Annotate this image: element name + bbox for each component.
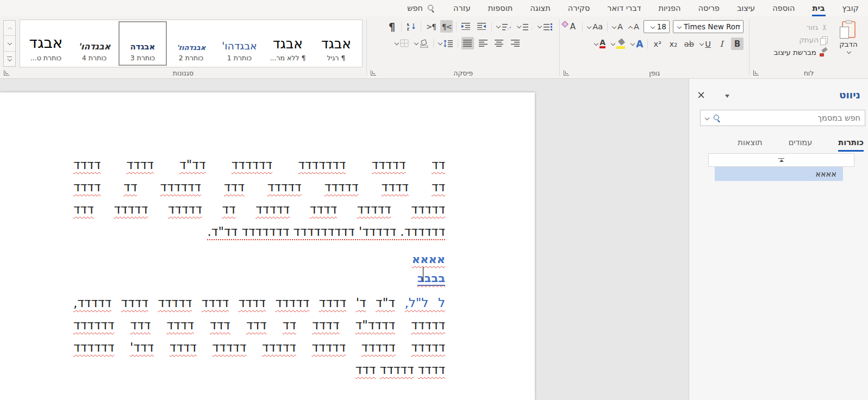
bullet-list-button[interactable]	[536, 20, 554, 33]
style-item[interactable]: אבגד¶ ללא מר...	[264, 21, 312, 66]
menu-tab[interactable]: תצוגה	[529, 4, 551, 12]
styles-scroll-up-button[interactable]	[4, 21, 15, 36]
nav-tab[interactable]: עמודים	[789, 138, 813, 152]
style-preview: אבגדהו'	[222, 34, 257, 52]
paste-button[interactable]: הדבק	[834, 21, 863, 67]
style-item[interactable]: אבגדהוז'כותרת 2	[167, 21, 215, 66]
font-color-button[interactable]: A	[593, 38, 607, 50]
strikethrough-button[interactable]: ab	[683, 38, 695, 50]
font-name-dropdown-icon[interactable]	[677, 25, 681, 29]
font-color-dropdown-icon[interactable]	[594, 42, 598, 46]
bold-button[interactable]: B	[731, 38, 744, 50]
document-page[interactable]: דד דדדדד דדדדדדד דדדדדד דד"ד דדדד דדדדדד…	[0, 92, 535, 400]
document-text: דד דדדדד דדדדדדד דדדדדד דד"ד דדדד דדדדדד…	[73, 92, 445, 381]
svg-text:3: 3	[532, 28, 532, 30]
line-spacing-dropdown-icon[interactable]	[438, 41, 442, 45]
grow-font-button[interactable]: A	[627, 21, 640, 33]
styles-dialog-launcher-icon[interactable]	[4, 70, 9, 76]
shading-dropdown-icon[interactable]	[414, 41, 418, 45]
shrink-font-icon	[612, 25, 616, 29]
rtl-text-direction-button[interactable]: ¶<	[440, 20, 453, 33]
style-item[interactable]: אבגדהו'כותרת 4	[70, 21, 118, 66]
nav-heading-item[interactable]: אאאא	[715, 167, 843, 181]
numbered-list-dropdown-icon[interactable]	[517, 24, 521, 28]
menu-tab[interactable]: תוספות	[488, 4, 513, 12]
menu-tab[interactable]: הוספה	[772, 4, 795, 12]
style-label: ¶ רגיל	[327, 54, 345, 62]
text-highlight-dropdown-icon[interactable]	[611, 42, 615, 46]
font-size-combo[interactable]: 18	[644, 20, 670, 33]
menu-tab[interactable]: בית	[812, 4, 826, 12]
ltr-text-direction-button[interactable]: >¶	[424, 20, 437, 33]
menu-tab[interactable]: עיצוב	[736, 4, 755, 12]
superscript-button[interactable]: x²	[651, 38, 664, 50]
menu-tab[interactable]: קובץ	[842, 4, 859, 12]
menu-tab[interactable]: סקירה	[567, 4, 591, 12]
navigation-tabs: כותרותעמודיםתוצאות	[689, 126, 868, 152]
style-item[interactable]: אבגד¶ רגיל	[312, 21, 360, 66]
show-hide-marks-button[interactable]: ¶	[385, 20, 398, 33]
text-effects-dropdown-icon[interactable]	[630, 42, 634, 46]
copy-button[interactable]: העתק	[774, 35, 828, 44]
underline-button[interactable]: U	[698, 38, 712, 50]
change-case-button[interactable]: Aa	[586, 21, 604, 33]
italic-button[interactable]: I	[715, 38, 728, 50]
font-name-combo[interactable]: Times New Roman	[673, 20, 744, 33]
search-box[interactable]: חפש	[407, 4, 434, 12]
align-center-button[interactable]	[493, 37, 505, 49]
cut-button[interactable]: ✂ גזור	[774, 23, 828, 32]
bullet-list-dropdown-icon[interactable]	[538, 24, 541, 28]
subscript-button[interactable]: x₂	[667, 38, 679, 50]
paragraph-dialog-launcher-icon[interactable]	[371, 70, 376, 76]
format-painter-button[interactable]: מברשת עיצוב	[774, 48, 828, 57]
align-right-button[interactable]	[509, 37, 521, 49]
navigation-pane-menu-button[interactable]	[725, 90, 729, 100]
borders-button[interactable]	[394, 37, 410, 49]
document-search-input[interactable]: חפש במסמך	[700, 110, 865, 126]
shading-button[interactable]	[413, 37, 430, 49]
menu-tab[interactable]: הפניות	[658, 4, 681, 12]
style-item[interactable]: אבגדכותרת ט...	[22, 21, 70, 66]
sort-button[interactable]: AZ	[405, 20, 417, 33]
styles-expand-button[interactable]	[4, 52, 15, 66]
borders-dropdown-icon[interactable]	[395, 41, 398, 45]
decrease-indent-button[interactable]	[476, 20, 488, 33]
underline-dropdown-icon[interactable]	[700, 42, 703, 46]
text-effects-button[interactable]: A	[629, 38, 644, 50]
font-dialog-launcher-icon[interactable]	[564, 70, 569, 76]
menu-tab[interactable]: דברי דואר	[607, 4, 641, 12]
bullet-list-icon	[543, 23, 553, 30]
paste-dropdown-icon[interactable]	[847, 50, 851, 54]
text-highlight-button[interactable]	[610, 38, 626, 50]
numbered-list-button[interactable]: 123	[516, 20, 533, 33]
document-search-placeholder: חפש במסמך	[725, 114, 860, 122]
multilevel-list-dropdown-icon[interactable]	[496, 24, 500, 28]
nav-tab[interactable]: תוצאות	[738, 138, 762, 152]
navigation-pane-close-button[interactable]: ×	[697, 90, 705, 99]
paste-label: הדבק	[839, 40, 858, 48]
collapse-headings-bar[interactable]	[708, 153, 854, 167]
search-options-dropdown-icon[interactable]	[705, 116, 709, 120]
cut-label: גזור	[807, 23, 819, 32]
menu-tab[interactable]: עזרה	[453, 4, 471, 12]
style-item[interactable]: אבגדהו'כותרת 1	[215, 21, 264, 66]
multilevel-list-button[interactable]: 1ai	[495, 20, 513, 33]
line-spacing-button[interactable]	[437, 37, 454, 49]
clear-formatting-button[interactable]: A	[566, 21, 579, 33]
menu-tab[interactable]: פריסה	[698, 4, 720, 12]
paragraph-2: ל ל"ל, ד"ד ד' דדדד דדדדד דדדד דדדד דדדדד…	[73, 292, 445, 381]
justify-button[interactable]	[461, 37, 474, 49]
document-area[interactable]: דד דדדדד דדדדדדד דדדדדד דד"ד דדדד דדדדדד…	[0, 79, 689, 400]
svg-text:1: 1	[511, 23, 511, 26]
style-item[interactable]: אבגדהכותרת 3	[118, 21, 167, 66]
nav-tab[interactable]: כותרות	[838, 138, 864, 152]
font-size-dropdown-icon[interactable]	[651, 25, 654, 29]
search-icon[interactable]	[713, 115, 720, 122]
shrink-font-button[interactable]: A	[611, 21, 624, 33]
style-label: כותרת 4	[82, 54, 107, 62]
increase-indent-button[interactable]	[460, 20, 472, 33]
clipboard-dialog-launcher-icon[interactable]	[753, 70, 759, 76]
ribbon: הדבק ✂ גזור העתק מברשת עיצוב לוח	[0, 16, 868, 79]
styles-scroll-down-button[interactable]	[4, 36, 15, 51]
align-left-button[interactable]	[477, 37, 490, 49]
